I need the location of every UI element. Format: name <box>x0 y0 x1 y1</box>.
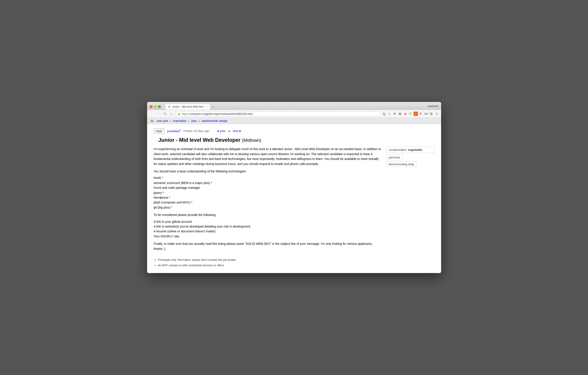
breadcrumb-category[interactable]: web/html/info design <box>202 119 228 122</box>
reload-button[interactable]: ↻ <box>162 111 168 116</box>
breadcrumb-newyork[interactable]: new york <box>157 119 168 122</box>
post-navigation: ◄ prev ▲ next ► <box>216 129 242 132</box>
prohibited-container: prohibited? <box>167 129 181 133</box>
url-text: https://newyork.craigslist.org/mnh/web/4… <box>182 112 379 116</box>
back-button[interactable]: ‹ <box>149 111 155 116</box>
breadcrumb-manhattan[interactable]: manhattan <box>173 119 187 122</box>
tab-close-icon[interactable]: × <box>206 106 207 108</box>
list-item: Grunt and node package manager <box>154 185 382 190</box>
active-tab[interactable]: ☮ Junior - Mid level Web Dev × <box>165 104 210 110</box>
sep3: > <box>198 119 201 122</box>
rss-icon[interactable]: 📡 <box>382 111 387 116</box>
toolbar-icons: 📡 ☆ M ⊞ ⊘ 🛡 ✓ P UX 🐘 ≡ <box>382 111 439 116</box>
blocker-icon[interactable]: ⊘ <box>403 111 408 116</box>
compensation-box: compensation: negotiable <box>387 147 435 153</box>
browser-window: ☮ Junior - Mid level Web Dev × + Laurenc… <box>147 102 441 273</box>
post-title: Junior - Mid level Web Developer (Midtow… <box>158 137 261 143</box>
list-item: A resume (online or document doesn't mat… <box>154 229 382 234</box>
breadcrumb-jobs[interactable]: jobs <box>191 119 197 122</box>
list-item: semantic scss/css3 (BEM is a major plus)… <box>154 180 382 185</box>
next-link[interactable]: next ► <box>233 129 242 132</box>
tab-title: Junior - Mid level Web Dev <box>172 105 204 108</box>
url-domain: newyork.craigslist.org/mnh/web/492296518… <box>190 112 253 116</box>
ux-icon[interactable]: UX <box>424 111 429 116</box>
post-sidebar: compensation: negotiable part-time telec… <box>387 147 435 268</box>
post-title-area: ☆ Junior - Mid level Web Developer (Midt… <box>154 137 435 143</box>
tech-intro: You should have a base understanding of … <box>154 169 382 174</box>
address-bar[interactable]: 🔒 https://newyork.craigslist.org/mnh/web… <box>176 111 381 116</box>
main-layout: I'm experiencing an overload of work and… <box>154 147 435 268</box>
list-item: html5 * <box>154 176 382 180</box>
tabs-bar: ☮ Junior - Mid level Web Dev × + <box>165 104 428 110</box>
url-https: https:// <box>182 112 190 116</box>
consider-label: To be considered please provide the foll… <box>154 212 382 217</box>
tag-telecommuting: telecommuting okay <box>387 161 417 167</box>
breadcrumb-bar: CL new york > manhattan > jobs > web/htm… <box>147 118 441 124</box>
list-item: do NOT contact us with unsolicited servi… <box>158 263 382 268</box>
list-item: php5 (composer and MVC) * <box>154 200 382 205</box>
pinterest-icon[interactable]: P <box>419 111 423 116</box>
layers-icon[interactable]: ⊞ <box>398 111 402 116</box>
shield-icon[interactable]: 🛡 <box>408 111 413 116</box>
new-tab-button[interactable]: + <box>210 104 216 110</box>
cl-logo[interactable]: CL <box>151 119 154 122</box>
post-footer: Principals only. Recruiters, please don'… <box>154 258 382 268</box>
sep1: > <box>170 119 172 122</box>
list-item: Principals only. Recruiters, please don'… <box>158 258 382 262</box>
star-icon[interactable]: ☆ <box>387 111 392 116</box>
tag-part-time: part-time <box>387 155 402 160</box>
posted-date: Posted: 20 days ago <box>183 129 210 132</box>
list-item: jquery * <box>154 190 382 195</box>
up-arrow[interactable]: ▲ <box>228 129 231 132</box>
prohibited-badge: ? <box>180 129 181 132</box>
close-button[interactable] <box>150 105 153 108</box>
check-icon[interactable]: ✓ <box>414 111 418 116</box>
list-item: A link to website(s) you've developed de… <box>154 224 382 229</box>
reply-button[interactable]: reply <box>154 128 165 133</box>
list-item: git (big plus) * <box>154 205 382 210</box>
post-body: I'm experiencing an overload of work and… <box>154 147 382 268</box>
consider-list: A link to your github account A link to … <box>154 219 382 239</box>
minimize-button[interactable] <box>154 105 157 108</box>
list-item: A link to your github account <box>154 219 382 224</box>
maximize-button[interactable] <box>158 105 161 108</box>
home-button[interactable]: ⌂ <box>169 111 174 116</box>
ssl-icon: 🔒 <box>178 112 180 115</box>
list-item: Your HOURLY rate. <box>154 234 382 239</box>
prev-link[interactable]: ◄ prev <box>216 129 226 132</box>
tech-list: html5 * semantic scss/css3 (BEM is a maj… <box>154 176 382 210</box>
post-actions: reply prohibited? Posted: 20 days ago ◄ … <box>154 128 435 133</box>
sep2: > <box>188 119 191 122</box>
title-bar: ☮ Junior - Mid level Web Dev × + Laurenc… <box>147 102 441 110</box>
compensation-label: compensation: <box>389 148 408 151</box>
page-content: reply prohibited? Posted: 20 days ago ◄ … <box>147 124 441 273</box>
user-account: Laurence <box>427 105 438 109</box>
window-controls <box>150 105 161 108</box>
final-note: Finally, to make sure that you actually … <box>154 241 382 251</box>
post-location: (Midtown) <box>242 138 261 143</box>
forward-button[interactable]: › <box>156 111 161 116</box>
post-title-text: Junior - Mid level Web Developer <box>158 137 241 143</box>
menu-icon[interactable]: ≡ <box>435 111 439 116</box>
favorite-star-icon[interactable]: ☆ <box>154 138 157 143</box>
compensation-value: negotiable <box>408 148 422 151</box>
gmail-icon[interactable]: M <box>393 111 397 116</box>
tab-favicon-icon: ☮ <box>168 105 171 108</box>
nav-bar: ‹ › ↻ ⌂ 🔒 https://newyork.craigslist.org… <box>147 110 441 118</box>
body-intro: I'm experiencing an overload of work and… <box>154 147 382 166</box>
evernote-icon[interactable]: 🐘 <box>429 111 434 116</box>
prohibited-link[interactable]: prohibited <box>167 130 180 133</box>
list-item: Wordpress * <box>154 195 382 200</box>
